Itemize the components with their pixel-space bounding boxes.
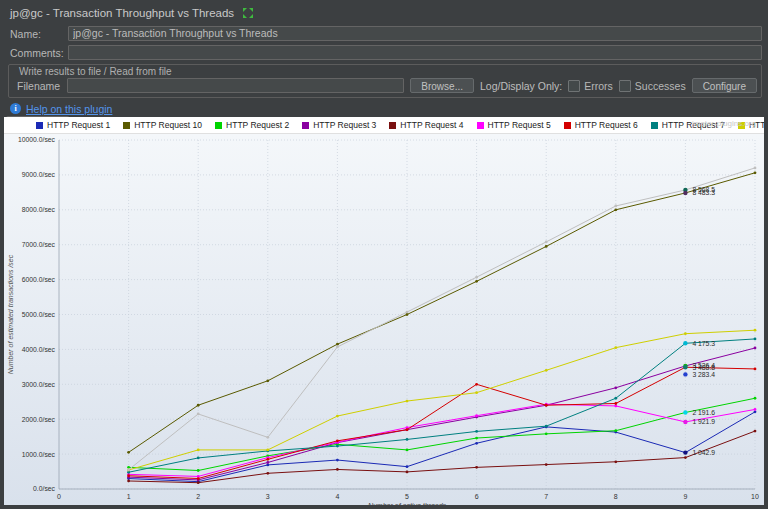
point-value-label: 4 175.3 (692, 340, 715, 347)
browse-button[interactable]: Browse... (410, 78, 474, 93)
filename-label: Filename (13, 80, 61, 92)
annotated-point (683, 410, 687, 414)
write-results-group-title: Write results to file / Read from file (13, 66, 757, 77)
x-tick-label: 5 (405, 493, 409, 500)
y-tick-label: 5000.0/sec (22, 311, 56, 318)
page-title: jp@gc - Transaction Throughput vs Thread… (10, 7, 234, 19)
legend-item: HTTP Request 5 (477, 120, 551, 130)
chart-panel: HTTP Request 1HTTP Request 10HTTP Reques… (4, 117, 764, 505)
legend-label: HTTP Request 3 (313, 120, 376, 130)
name-label: Name: (10, 28, 68, 40)
x-tick-label: 7 (544, 493, 548, 500)
legend-swatch (215, 122, 222, 129)
name-row: Name: (0, 24, 768, 43)
write-results-group: Write results to file / Read from file F… (8, 64, 762, 98)
title-bar: jp@gc - Transaction Throughput vs Thread… (0, 0, 768, 24)
y-tick-label: 8000.0/sec (22, 206, 56, 213)
point-value-label: 2 191.6 (692, 409, 715, 416)
legend-item: HTTP Request 6 (564, 120, 638, 130)
point-value-label: 1 042.9 (692, 449, 715, 456)
legend-item: HTTP Request 4 (389, 120, 463, 130)
legend-swatch (477, 122, 484, 129)
legend-item: HTTP Request 1 (36, 120, 110, 130)
x-axis-title: Number of active threads (368, 502, 447, 505)
y-tick-label: 0.0/sec (33, 485, 56, 492)
name-input[interactable] (68, 26, 762, 41)
x-tick-label: 10 (751, 493, 759, 500)
y-tick-label: 1000.0/sec (22, 451, 56, 458)
chart-legend: HTTP Request 1HTTP Request 10HTTP Reques… (4, 117, 764, 134)
annotated-point (683, 191, 687, 195)
y-tick-label: 6000.0/sec (22, 276, 56, 283)
log-display-only-label: Log/Display Only: (480, 80, 562, 92)
help-row: i Help on this plugin (0, 100, 768, 117)
legend-label: HTTP Request 6 (575, 120, 638, 130)
legend-label: HTTP Request 2 (226, 120, 289, 130)
throughput-chart: 0.0/sec1000.0/sec2000.0/sec3000.0/sec400… (4, 134, 764, 505)
successes-checkbox[interactable] (619, 80, 631, 92)
legend-label: HTTP Request 10 (134, 120, 202, 130)
point-value-label: 1 921.9 (692, 418, 715, 425)
y-tick-label: 7000.0/sec (22, 241, 56, 248)
legend-item: HTTP Request 2 (215, 120, 289, 130)
y-tick-label: 4000.0/sec (22, 346, 56, 353)
legend-item: HTTP Request 10 (123, 120, 202, 130)
comments-label: Comments: (10, 47, 68, 59)
y-axis-title: Number of estimated transactions /sec (7, 254, 14, 374)
x-tick-label: 4 (335, 493, 339, 500)
successes-checkbox-label: Successes (635, 80, 686, 92)
legend-swatch (389, 122, 396, 129)
x-tick-label: 6 (475, 493, 479, 500)
y-tick-label: 3000.0/sec (22, 381, 56, 388)
annotated-point (683, 450, 687, 454)
x-tick-label: 1 (127, 493, 131, 500)
configure-button[interactable]: Configure (692, 78, 757, 93)
legend-swatch (36, 122, 43, 129)
annotated-point (683, 372, 687, 376)
legend-label: HTTP Request 5 (488, 120, 551, 130)
legend-label: HTTP Request 4 (400, 120, 463, 130)
legend-swatch (651, 122, 658, 129)
y-tick-label: 10000.0/sec (18, 136, 56, 143)
annotated-point (683, 365, 687, 369)
legend-swatch (123, 122, 130, 129)
x-tick-label: 9 (683, 493, 687, 500)
annotated-point (683, 420, 687, 424)
legend-label: HTTP Request 1 (47, 120, 110, 130)
point-value-label: 3 283.4 (692, 371, 715, 378)
legend-item: HTTP Request 3 (302, 120, 376, 130)
x-tick-label: 0 (57, 493, 61, 500)
y-tick-label: 9000.0/sec (22, 171, 56, 178)
legend-swatch (302, 122, 309, 129)
plugin-window: jp@gc - Transaction Throughput vs Thread… (0, 0, 768, 509)
info-icon: i (10, 103, 21, 114)
x-tick-label: 2 (196, 493, 200, 500)
watermark: jmeter-plugins.org (692, 119, 756, 128)
point-value-label: 3 488.8 (692, 364, 715, 371)
y-tick-label: 2000.0/sec (22, 416, 56, 423)
comments-input[interactable] (68, 45, 762, 60)
errors-checkbox[interactable] (568, 80, 580, 92)
help-link[interactable]: Help on this plugin (26, 103, 112, 115)
running-indicator-icon (242, 7, 254, 19)
legend-swatch (564, 122, 571, 129)
filename-input[interactable] (67, 78, 404, 93)
point-value-label: 8 483.3 (692, 189, 715, 196)
comments-row: Comments: (0, 43, 768, 62)
errors-checkbox-label: Errors (584, 80, 613, 92)
annotated-point (683, 341, 687, 345)
x-tick-label: 3 (266, 493, 270, 500)
x-tick-label: 8 (614, 493, 618, 500)
